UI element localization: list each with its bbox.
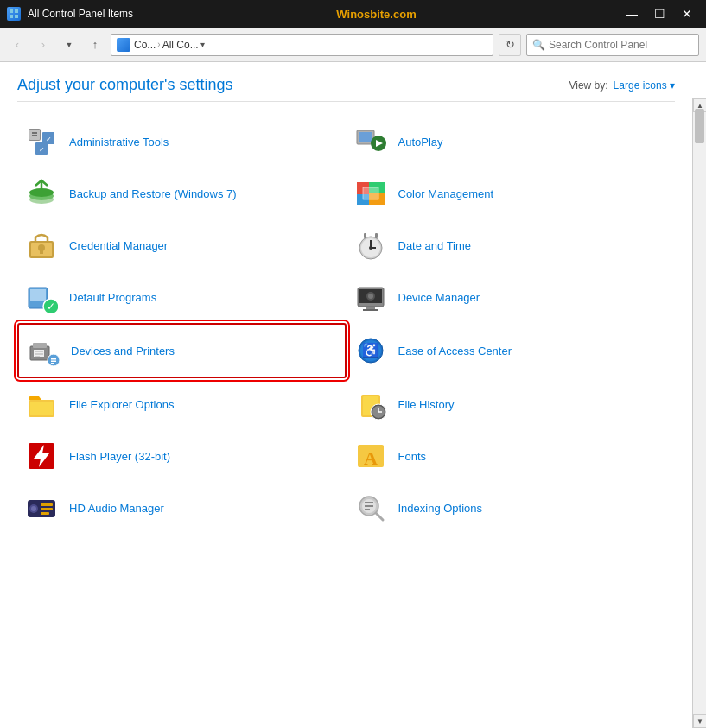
search-box[interactable]: 🔍 <box>526 34 699 56</box>
window-title: All Control Panel Items <box>28 8 133 20</box>
icon-hd-audio <box>24 491 59 525</box>
item-color-mgmt[interactable]: Color Management <box>347 168 676 219</box>
icon-indexing <box>353 491 388 525</box>
main-area: Adjust your computer's settings View by:… <box>0 62 706 728</box>
svg-line-79 <box>376 513 383 520</box>
svg-rect-34 <box>364 233 366 238</box>
icon-backup-restore <box>24 176 59 211</box>
svg-rect-13 <box>359 132 372 142</box>
close-button[interactable]: ✕ <box>675 5 699 22</box>
svg-rect-75 <box>41 508 53 510</box>
label-flash-player: Flash Player (32-bit) <box>69 450 170 463</box>
brand-label: Winosbite.com <box>133 8 620 21</box>
svg-rect-0 <box>10 9 13 13</box>
maximize-button[interactable]: ☐ <box>647 5 671 22</box>
svg-text:✓: ✓ <box>46 136 52 143</box>
icon-ease-access: ♿ <box>353 333 388 368</box>
svg-rect-42 <box>366 307 375 309</box>
titlebar: All Control Panel Items Winosbite.com — … <box>0 0 706 28</box>
icon-color-mgmt <box>353 176 388 211</box>
items-grid: ✓ ✓ Administrative Tools <box>17 116 675 534</box>
refresh-button[interactable]: ↻ <box>499 34 521 56</box>
label-date-time: Date and Time <box>398 239 472 252</box>
icon-credential-mgr <box>24 228 59 263</box>
svg-rect-43 <box>363 309 378 311</box>
svg-rect-54 <box>51 361 56 363</box>
label-credential-mgr: Credential Manager <box>69 239 168 252</box>
svg-rect-50 <box>35 353 43 355</box>
svg-point-45 <box>368 294 373 299</box>
icon-fonts: A <box>353 439 388 473</box>
item-backup-restore[interactable]: Backup and Restore (Windows 7) <box>17 168 347 219</box>
minimize-button[interactable]: — <box>620 5 644 22</box>
svg-point-52 <box>48 354 60 366</box>
breadcrumb-part1: Co... <box>134 39 156 51</box>
icon-file-history <box>353 387 388 421</box>
item-file-history[interactable]: File History <box>347 378 676 430</box>
back-button[interactable]: ‹ <box>7 35 28 55</box>
svg-point-33 <box>369 246 372 250</box>
svg-rect-51 <box>35 356 40 357</box>
label-file-explorer: File Explorer Options <box>69 398 174 411</box>
label-color-mgmt: Color Management <box>398 187 494 200</box>
item-file-explorer[interactable]: File Explorer Options <box>17 378 347 430</box>
label-hd-audio: HD Audio Manager <box>69 502 164 515</box>
item-date-time[interactable]: Date and Time <box>347 219 676 271</box>
icon-file-explorer <box>24 387 59 421</box>
label-devices-printers: Devices and Printers <box>71 345 175 358</box>
scroll-thumb[interactable] <box>695 109 704 143</box>
icon-admin-tools: ✓ ✓ <box>24 124 59 159</box>
item-flash-player[interactable]: Flash Player (32-bit) <box>17 430 347 482</box>
up-button[interactable]: ↑ <box>85 35 105 55</box>
item-hd-audio[interactable]: HD Audio Manager <box>17 482 347 534</box>
svg-rect-76 <box>41 512 49 515</box>
item-ease-access[interactable]: ♿ Ease of Access Center <box>347 323 676 378</box>
item-admin-tools[interactable]: ✓ ✓ Administrative Tools <box>17 116 347 168</box>
view-by-control: View by: Large icons ▾ <box>569 79 675 92</box>
svg-rect-24 <box>363 187 378 199</box>
search-icon: 🔍 <box>532 39 545 51</box>
label-default-programs: Default Programs <box>69 291 156 304</box>
label-indexing: Indexing Options <box>398 502 483 515</box>
label-file-history: File History <box>398 398 455 411</box>
item-default-programs[interactable]: ✓ Default Programs <box>17 271 347 323</box>
label-fonts: Fonts <box>398 450 427 463</box>
address-box[interactable]: Co... › All Co... ▾ <box>111 34 493 56</box>
page-header: Adjust your computer's settings View by:… <box>17 76 675 102</box>
item-device-mgr[interactable]: Device Manager <box>347 271 676 323</box>
icon-devices-printers <box>26 333 60 368</box>
window-controls: — ☐ ✕ <box>620 5 699 22</box>
item-devices-printers[interactable]: Devices and Printers <box>17 323 347 378</box>
svg-text:A: A <box>364 447 378 469</box>
item-credential-mgr[interactable]: Credential Manager <box>17 219 347 271</box>
svg-text:✓: ✓ <box>47 301 55 313</box>
icon-default-programs: ✓ <box>24 280 59 314</box>
item-fonts[interactable]: A Fonts <box>347 430 676 482</box>
label-backup-restore: Backup and Restore (Windows 7) <box>69 187 237 200</box>
icon-autoplay <box>353 124 388 159</box>
dropdown-arrow-button[interactable]: ▼ <box>59 35 80 55</box>
scrollbar[interactable]: ▲ ▼ <box>692 98 706 728</box>
item-autoplay[interactable]: AutoPlay <box>347 116 676 168</box>
addressbar: ‹ › ▼ ↑ Co... › All Co... ▾ ↻ 🔍 <box>0 28 706 62</box>
item-indexing[interactable]: Indexing Options <box>347 482 676 534</box>
svg-rect-2 <box>10 15 13 18</box>
view-by-value[interactable]: Large icons ▾ <box>614 79 675 92</box>
breadcrumb-dropdown[interactable]: ▾ <box>200 40 205 49</box>
view-by-label: View by: <box>569 79 607 92</box>
svg-rect-1 <box>15 9 18 13</box>
svg-rect-49 <box>35 351 43 352</box>
icon-flash-player <box>24 439 59 473</box>
scroll-down-arrow[interactable]: ▼ <box>693 714 706 728</box>
label-ease-access: Ease of Access Center <box>398 345 512 358</box>
titlebar-left: All Control Panel Items <box>7 7 133 21</box>
search-input[interactable] <box>549 39 693 51</box>
svg-rect-37 <box>30 289 46 301</box>
app-icon <box>7 7 21 21</box>
svg-rect-74 <box>41 503 53 506</box>
breadcrumb-part2: All Co... <box>162 39 199 51</box>
content-panel: Adjust your computer's settings View by:… <box>0 62 692 548</box>
svg-text:✓: ✓ <box>39 146 45 154</box>
svg-text:♿: ♿ <box>362 342 379 358</box>
forward-button[interactable]: › <box>33 35 54 55</box>
